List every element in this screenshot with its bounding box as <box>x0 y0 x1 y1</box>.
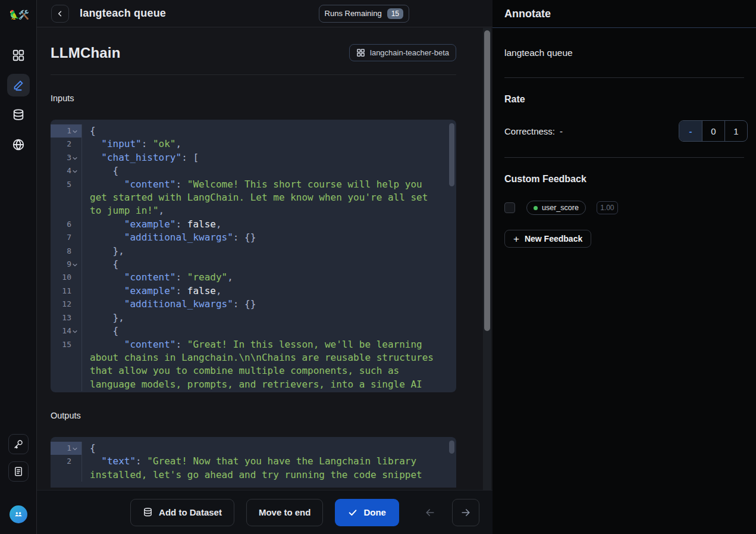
sidebar-item-datasets[interactable] <box>7 104 30 126</box>
code-line: 3 "chat_history": [ <box>51 151 456 164</box>
fold-chevron-icon[interactable] <box>71 258 79 271</box>
outputs-code-editor[interactable]: 1{2 "text": "Great! Now that you have th… <box>51 437 456 488</box>
api-keys-button[interactable] <box>8 434 29 454</box>
fold-spacer <box>71 311 79 324</box>
fold-chevron-icon[interactable] <box>71 164 79 177</box>
feedback-key-chip[interactable]: user_score <box>526 201 586 215</box>
app-root: 🦜🛠️ <box>0 0 756 534</box>
arrow-right-icon <box>460 507 472 519</box>
annotate-panel: Annotate langteach queue Rate Correctnes… <box>493 0 756 534</box>
new-feedback-button[interactable]: + New Feedback <box>504 230 591 248</box>
code-line: 9 { <box>51 258 456 271</box>
sidebar-nav <box>7 44 30 156</box>
key-icon <box>13 439 24 449</box>
fold-chevron-icon[interactable] <box>71 124 79 138</box>
runs-remaining-badge: 15 <box>387 8 403 19</box>
code-line: 6 "example": false, <box>51 218 456 231</box>
fold-spacer <box>71 455 79 468</box>
fold-spacer <box>71 178 79 191</box>
check-icon <box>348 508 357 517</box>
org-people-icon <box>14 510 23 519</box>
fold-chevron-icon[interactable] <box>71 324 79 338</box>
outputs-label: Outputs <box>51 411 456 420</box>
code-line: 4 { <box>51 164 456 177</box>
fold-spacer <box>71 231 79 244</box>
main-scrollbar[interactable] <box>483 28 491 490</box>
new-feedback-label: New Feedback <box>525 234 582 243</box>
code-line: 5 "content": "Welcome! This short course… <box>51 178 456 218</box>
main-panel: langteach queue Runs Remaining 15 LLMCha… <box>37 0 493 534</box>
move-to-end-label: Move to end <box>259 507 311 517</box>
done-button[interactable]: Done <box>335 499 399 526</box>
plus-icon: + <box>513 234 519 244</box>
inputs-label: Inputs <box>51 93 456 103</box>
divider <box>504 157 744 158</box>
code-line: 1{ <box>51 124 456 138</box>
grid-icon <box>356 48 365 57</box>
database-icon <box>12 108 25 121</box>
next-run-button[interactable] <box>452 499 479 526</box>
pencil-icon <box>12 79 25 92</box>
rate-row: Correctness:- - 0 1 <box>504 120 744 142</box>
sidebar: 🦜🛠️ <box>0 0 37 534</box>
rate-heading: Rate <box>504 94 744 105</box>
org-avatar[interactable] <box>10 505 27 523</box>
inputs-scrollbar-thumb[interactable] <box>449 123 454 186</box>
page-title: langteach queue <box>80 7 166 20</box>
database-icon <box>143 507 153 517</box>
chevron-left-icon <box>56 10 64 18</box>
code-line: 1{ <box>51 442 456 455</box>
fold-spacer <box>71 285 79 298</box>
fold-spacer <box>71 338 79 351</box>
fold-chevron-icon[interactable] <box>71 151 79 164</box>
topbar: langteach queue Runs Remaining 15 <box>37 0 493 27</box>
add-to-dataset-button[interactable]: Add to Dataset <box>130 499 234 526</box>
sidebar-item-annotation-queues[interactable] <box>7 74 30 96</box>
code-line: 8 }, <box>51 245 456 258</box>
annotate-title: Annotate <box>504 8 551 20</box>
fold-spacer <box>71 245 79 258</box>
fold-chevron-icon[interactable] <box>71 442 79 455</box>
back-button[interactable] <box>51 5 69 23</box>
code-line: 2 "text": "Great! Now that you have the … <box>51 455 456 482</box>
main-scrollbar-thumb[interactable] <box>484 30 490 331</box>
fold-spacer <box>71 218 79 231</box>
document-icon <box>13 466 24 477</box>
fold-spacer <box>71 298 79 311</box>
done-label: Done <box>363 507 386 517</box>
outputs-scrollbar-thumb[interactable] <box>449 441 454 454</box>
inputs-code-editor[interactable]: 1{2 "input": "ok",3 "chat_history": [4 {… <box>51 120 456 392</box>
grid-icon <box>12 49 25 62</box>
project-tag[interactable]: langchain-teacher-beta <box>349 44 456 61</box>
feedback-dot-icon <box>534 206 538 210</box>
feedback-row: user_score <box>504 201 744 215</box>
correctness-option-0[interactable]: 0 <box>702 121 724 141</box>
correctness-option-none[interactable]: - <box>679 121 702 141</box>
sidebar-item-projects[interactable] <box>7 44 30 67</box>
feedback-score-input[interactable] <box>597 201 618 214</box>
code-line: 12 "additional_kwargs": {} <box>51 298 456 311</box>
correctness-segmented-control: - 0 1 <box>679 120 748 142</box>
code-line: 10 "content": "ready", <box>51 271 456 284</box>
docs-button[interactable] <box>8 461 29 482</box>
bottombar: Add to Dataset Move to end Done <box>37 490 493 534</box>
divider <box>51 74 456 75</box>
add-to-dataset-label: Add to Dataset <box>159 507 222 517</box>
run-title: LLMChain <box>51 45 121 61</box>
move-to-end-button[interactable]: Move to end <box>246 499 324 526</box>
feedback-key-label: user_score <box>542 204 579 212</box>
previous-run-button[interactable] <box>416 499 444 526</box>
fold-spacer <box>71 138 79 151</box>
feedback-checkbox[interactable] <box>504 202 515 213</box>
correctness-option-1[interactable]: 1 <box>724 121 747 141</box>
sidebar-bottom <box>8 434 29 523</box>
runs-remaining-button[interactable]: Runs Remaining 15 <box>319 5 409 23</box>
langsmith-logo: 🦜🛠️ <box>9 10 27 20</box>
correctness-value: - <box>560 126 563 136</box>
code-line: 13 }, <box>51 311 456 324</box>
annotate-header: Annotate <box>493 0 756 28</box>
run-detail: LLMChain langchain-teacher-beta Inputs 1… <box>37 27 493 490</box>
divider <box>504 77 744 78</box>
code-line: 7 "additional_kwargs": {} <box>51 231 456 244</box>
sidebar-item-hub[interactable] <box>7 133 30 156</box>
